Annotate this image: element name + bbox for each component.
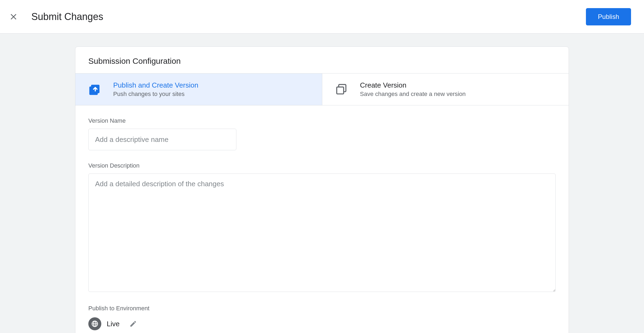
form-section: Version Name Version Description Publish… [75,105,569,333]
environment-label: Publish to Environment [88,305,556,312]
page-body: Submission Configuration Publish and Cre… [0,34,644,333]
version-name-block: Version Name [88,117,556,150]
card-title: Submission Configuration [75,47,569,73]
top-bar-left: Submit Changes [9,11,103,22]
page-title: Submit Changes [31,11,103,22]
publish-button[interactable]: Publish [586,8,631,25]
environment-row: Live [88,317,556,330]
environment-block: Publish to Environment Live [88,305,556,330]
top-bar: Submit Changes Publish [0,0,644,34]
version-name-label: Version Name [88,117,556,124]
svg-rect-4 [337,87,344,94]
create-version-icon [335,84,347,95]
version-name-input[interactable] [88,129,236,150]
close-icon [9,12,18,21]
version-description-input[interactable] [88,174,556,292]
tab-texts: Create Version Save changes and create a… [360,81,466,98]
edit-environment-button[interactable] [129,320,137,328]
globe-icon [88,317,101,330]
tab-subtitle: Push changes to your sites [113,91,198,98]
version-description-label: Version Description [88,162,556,169]
version-description-block: Version Description [88,162,556,293]
tab-title: Publish and Create Version [113,81,198,89]
pencil-icon [129,320,137,328]
tab-texts: Publish and Create Version Push changes … [113,81,198,98]
tab-create-version[interactable]: Create Version Save changes and create a… [322,74,569,105]
tab-subtitle: Save changes and create a new version [360,91,466,98]
environment-name: Live [107,320,120,328]
close-button[interactable] [9,12,18,22]
tab-row: Publish and Create Version Push changes … [75,73,569,105]
publish-create-icon [88,84,100,95]
submission-card: Submission Configuration Publish and Cre… [75,46,569,333]
tab-publish-and-create-version[interactable]: Publish and Create Version Push changes … [75,74,322,105]
tab-title: Create Version [360,81,466,89]
